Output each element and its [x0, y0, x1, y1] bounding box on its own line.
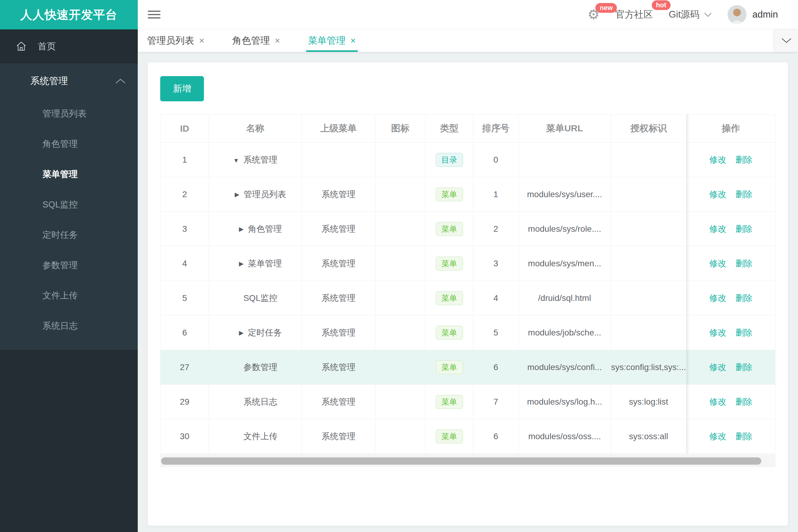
cell-name: ▶定时任务 [209, 316, 302, 350]
horizontal-scrollbar-thumb[interactable] [161, 457, 761, 465]
tab-close-icon[interactable]: × [199, 36, 204, 46]
sidebar-item-0[interactable]: 管理员列表 [0, 99, 138, 129]
cell-url: modules/sys/role.... [519, 212, 611, 246]
edit-link[interactable]: 修改 [709, 154, 726, 166]
table-row: 3▶角色管理系统管理菜单2modules/sys/role....修改删除 [161, 212, 775, 246]
sidebar-item-1[interactable]: 角色管理 [0, 129, 138, 159]
cell-name: 参数管理 [209, 350, 302, 385]
sidebar-item-3[interactable]: SQL监控 [0, 190, 138, 220]
table-row: 2▶管理员列表系统管理菜单1modules/sys/user....修改删除 [161, 177, 775, 212]
tab-close-icon[interactable]: × [275, 36, 280, 46]
cell-order: 6 [474, 350, 519, 385]
menu-toggle-icon[interactable] [148, 8, 161, 21]
edit-link[interactable]: 修改 [709, 223, 726, 235]
tab-0[interactable]: 管理员列表× [147, 30, 204, 52]
column-header-7: 授权标识 [611, 115, 687, 142]
cell-order: 0 [474, 142, 519, 177]
add-button[interactable]: 新增 [160, 76, 204, 101]
cell-type: 菜单 [425, 177, 474, 212]
edit-link[interactable]: 修改 [709, 396, 726, 407]
column-header-1: 名称 [209, 115, 302, 142]
delete-link[interactable]: 删除 [736, 154, 753, 166]
tab-close-icon[interactable]: × [350, 36, 356, 46]
sidebar-submenu: 管理员列表角色管理菜单管理SQL监控定时任务参数管理文件上传系统日志 [0, 99, 138, 341]
name-content: 系统日志 [243, 396, 277, 407]
column-header-5: 排序号 [474, 115, 519, 142]
git-source-label: Git源码 [669, 8, 700, 21]
tab-list-dropdown-button[interactable] [775, 30, 798, 52]
tree-expand-icon[interactable]: ▼ [233, 157, 239, 164]
delete-link[interactable]: 删除 [736, 223, 753, 235]
delete-link[interactable]: 删除 [736, 431, 753, 442]
cell-parent: 系统管理 [302, 177, 376, 212]
type-tag: 菜单 [436, 326, 463, 340]
community-link[interactable]: 官方社区 hot [615, 8, 653, 21]
tab-2[interactable]: 菜单管理× [308, 30, 356, 52]
edit-link[interactable]: 修改 [709, 258, 726, 269]
topbar-right: ⚙ new 官方社区 hot Git源码 admin [588, 5, 798, 24]
edit-link[interactable]: 修改 [709, 327, 726, 339]
table-row: 4▶菜单管理系统管理菜单3modules/sys/men...修改删除 [161, 246, 775, 281]
avatar-image [728, 5, 746, 24]
cell-perms [611, 246, 687, 281]
sidebar-item-4[interactable]: 定时任务 [0, 220, 138, 250]
sidebar-item-5[interactable]: 参数管理 [0, 250, 138, 281]
cell-type: 菜单 [425, 419, 474, 454]
sidebar-item-6[interactable]: 文件上传 [0, 281, 138, 311]
delete-link[interactable]: 删除 [736, 396, 753, 407]
cell-url: modules/oss/oss.... [519, 419, 611, 454]
tree-expand-icon[interactable]: ▶ [239, 329, 244, 336]
cell-id: 4 [161, 246, 209, 281]
settings-button[interactable]: ⚙ new [588, 8, 599, 21]
menu-name-text: 参数管理 [243, 362, 277, 373]
type-tag: 菜单 [436, 256, 463, 270]
menu-name-text: 菜单管理 [248, 258, 282, 269]
edit-link[interactable]: 修改 [709, 189, 726, 200]
cell-actions: 修改删除 [686, 316, 775, 350]
cell-url: modules/sys/log.h... [519, 385, 611, 419]
cell-type: 菜单 [425, 350, 474, 385]
table-body: 1▼系统管理目录0修改删除2▶管理员列表系统管理菜单1modules/sys/u… [161, 142, 775, 454]
type-tag: 菜单 [436, 360, 463, 374]
tree-expand-icon[interactable]: ▶ [239, 225, 244, 233]
cell-perms: sys:oss:all [611, 419, 687, 454]
git-source-dropdown[interactable]: Git源码 [669, 8, 712, 21]
edit-link[interactable]: 修改 [709, 362, 726, 373]
name-content: 文件上传 [243, 431, 277, 442]
cell-parent [302, 142, 376, 177]
edit-link[interactable]: 修改 [709, 292, 726, 304]
delete-link[interactable]: 删除 [736, 258, 753, 269]
sidebar-item-7[interactable]: 系统日志 [0, 311, 138, 341]
tab-bar: 管理员列表×角色管理×菜单管理× [138, 30, 798, 52]
horizontal-scrollbar-track [160, 454, 776, 467]
cell-url: modules/sys/user.... [519, 177, 611, 212]
cell-order: 2 [474, 212, 519, 246]
sidebar-group-system[interactable]: 系统管理 [0, 63, 138, 99]
name-content: 参数管理 [243, 362, 277, 373]
cell-id: 1 [161, 142, 209, 177]
delete-link[interactable]: 删除 [736, 292, 753, 304]
cell-id: 2 [161, 177, 209, 212]
delete-link[interactable]: 删除 [736, 362, 753, 373]
edit-link[interactable]: 修改 [709, 431, 726, 442]
cell-actions: 修改删除 [686, 385, 775, 419]
cell-perms [611, 142, 687, 177]
table-row: 5SQL监控系统管理菜单4/druid/sql.html修改删除 [161, 281, 775, 316]
tab-1[interactable]: 角色管理× [233, 30, 280, 52]
menu-name-text: 管理员列表 [244, 189, 286, 200]
tree-expand-icon[interactable]: ▶ [235, 191, 239, 198]
menu-name-text: 定时任务 [248, 327, 282, 339]
sidebar-item-2[interactable]: 菜单管理 [0, 159, 138, 190]
cell-parent: 系统管理 [302, 419, 376, 454]
user-menu[interactable]: admin [728, 5, 778, 24]
type-tag: 菜单 [436, 187, 463, 202]
cell-actions: 修改删除 [686, 177, 775, 212]
tree-expand-icon[interactable]: ▶ [239, 260, 244, 267]
delete-link[interactable]: 删除 [736, 189, 753, 200]
cell-icon [375, 419, 425, 454]
cell-id: 6 [161, 316, 209, 350]
delete-link[interactable]: 删除 [736, 327, 753, 339]
cell-id: 27 [161, 350, 209, 385]
sidebar-item-home[interactable]: 首页 [0, 30, 138, 63]
cell-icon [375, 385, 425, 419]
